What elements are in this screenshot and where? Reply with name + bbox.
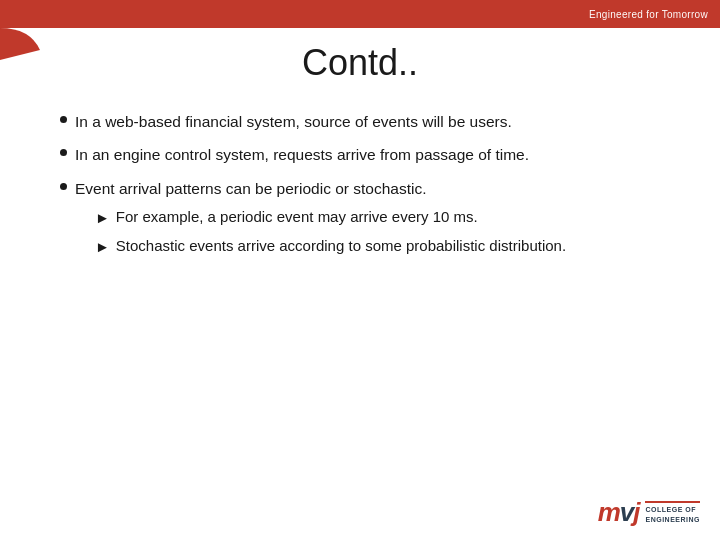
- bullet-item-3: Event arrival patterns can be periodic o…: [60, 177, 660, 265]
- sub-bullet-item-2: ► Stochastic events arrive according to …: [75, 235, 566, 259]
- tagline: Engineered for Tomorrow: [589, 9, 708, 20]
- bullet-dot-1: [60, 116, 67, 123]
- svg-rect-0: [0, 0, 100, 28]
- college-line2: ENGINEERING: [645, 515, 700, 524]
- bullet-text-1: In a web-based financial system, source …: [75, 110, 512, 133]
- bullet-3-content: Event arrival patterns can be periodic o…: [75, 177, 566, 265]
- college-line1: COLLEGE OF: [645, 505, 700, 514]
- bullet-text-3: Event arrival patterns can be periodic o…: [75, 180, 427, 197]
- sub-bullet-text-1: For example, a periodic event may arrive…: [116, 206, 478, 229]
- logo-bar: [645, 501, 700, 503]
- arrow-icon-1: ►: [95, 207, 110, 230]
- bullet-dot-3: [60, 183, 67, 190]
- arrow-icon-2: ►: [95, 236, 110, 259]
- logo-college-block: COLLEGE OF ENGINEERING: [645, 501, 700, 523]
- slide-title: Contd..: [0, 28, 720, 84]
- logo-area: mvj COLLEGE OF ENGINEERING: [598, 497, 700, 528]
- bullet-text-2: In an engine control system, requests ar…: [75, 143, 529, 166]
- bullet-item-1: In a web-based financial system, source …: [60, 110, 660, 133]
- logo-text: mvj: [598, 497, 640, 528]
- main-bullet-list: In a web-based financial system, source …: [60, 110, 660, 265]
- bullet-dot-2: [60, 149, 67, 156]
- sub-bullet-list: ► For example, a periodic event may arri…: [75, 206, 566, 259]
- top-bar: Engineered for Tomorrow: [0, 0, 720, 28]
- bullet-item-2: In an engine control system, requests ar…: [60, 143, 660, 166]
- sub-bullet-item-1: ► For example, a periodic event may arri…: [75, 206, 566, 230]
- content-area: In a web-based financial system, source …: [60, 110, 660, 480]
- slide: Engineered for Tomorrow Contd.. In a web…: [0, 0, 720, 540]
- sub-bullet-text-2: Stochastic events arrive according to so…: [116, 235, 566, 258]
